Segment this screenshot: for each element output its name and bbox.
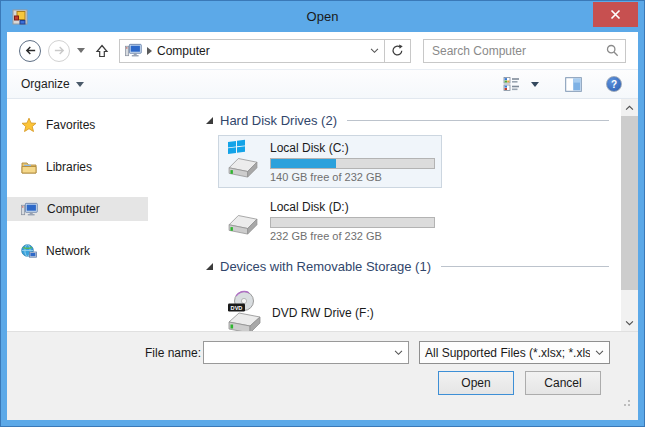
window-title: Open xyxy=(1,9,644,24)
group-header-hard-disk-drives[interactable]: Hard Disk Drives (2) xyxy=(206,111,615,129)
file-type-select[interactable]: All Supported Files (*.xlsx; *.xlsn xyxy=(419,341,610,364)
hard-disk-icon xyxy=(225,209,261,235)
sidebar-item-label: Libraries xyxy=(46,160,92,174)
change-view-button[interactable] xyxy=(501,74,522,94)
group-header-removable-storage[interactable]: Devices with Removable Storage (1) xyxy=(206,257,615,275)
open-button[interactable]: Open xyxy=(438,371,514,395)
sidebar-item-libraries[interactable]: Libraries xyxy=(7,155,148,179)
network-icon xyxy=(21,244,37,259)
back-arrow-icon xyxy=(24,44,37,57)
close-icon xyxy=(610,9,621,20)
chevron-down-icon xyxy=(531,82,539,87)
dialog-client-area: Computer xyxy=(7,32,638,420)
sidebar-item-label: Favorites xyxy=(46,118,95,132)
disk-usage-bar xyxy=(270,158,435,169)
organize-label: Organize xyxy=(21,77,70,91)
disk-usage-fill xyxy=(271,159,336,168)
disk-usage-bar xyxy=(270,217,435,228)
hard-disk-windows-icon xyxy=(225,152,261,178)
drive-tile-dvd-rw-f[interactable]: DVD DVD RW Drive (F:) xyxy=(218,285,442,331)
chevron-down-icon xyxy=(625,320,634,326)
star-icon xyxy=(21,117,37,133)
title-bar[interactable]: Open xyxy=(1,1,644,32)
forward-button[interactable] xyxy=(48,40,70,62)
dvd-label-text: DVD xyxy=(231,305,243,311)
chevron-down-icon xyxy=(394,350,403,356)
sidebar-item-computer[interactable]: Computer xyxy=(7,197,148,221)
chevron-down-icon xyxy=(76,82,84,87)
group-title: Hard Disk Drives (2) xyxy=(220,113,337,128)
forward-arrow-icon xyxy=(53,44,66,57)
group-title: Devices with Removable Storage (1) xyxy=(220,259,431,274)
preview-pane-button[interactable] xyxy=(563,75,584,94)
chevron-down-icon xyxy=(595,350,604,356)
dvd-drive-icon: DVD xyxy=(225,290,263,331)
free-space-text: 232 GB free of 232 GB xyxy=(270,230,435,242)
file-name-dropdown-button[interactable] xyxy=(389,342,408,363)
dialog-body: Favorites Libraries xyxy=(7,99,638,331)
sidebar-item-label: Computer xyxy=(47,202,100,216)
search-input[interactable] xyxy=(424,44,599,58)
change-view-dropdown[interactable] xyxy=(529,80,541,89)
refresh-icon xyxy=(391,44,404,57)
drive-name: Local Disk (C:) xyxy=(270,141,435,155)
collapse-triangle-icon xyxy=(206,117,213,124)
dialog-footer: File name: All Supported Files (*.xlsx; … xyxy=(7,331,638,420)
drive-tile-local-disk-c[interactable]: Local Disk (C:) 140 GB free of 232 GB xyxy=(218,135,442,188)
organize-menu-button[interactable]: Organize xyxy=(21,77,84,91)
sidebar-item-favorites[interactable]: Favorites xyxy=(7,113,148,137)
search-button[interactable] xyxy=(599,44,625,57)
breadcrumb[interactable]: Computer xyxy=(120,40,364,62)
resize-grip[interactable] xyxy=(621,397,630,406)
sidebar-item-label: Network xyxy=(46,244,90,258)
app-icon xyxy=(11,8,29,26)
up-arrow-icon xyxy=(95,44,109,58)
search-icon xyxy=(606,44,619,57)
breadcrumb-item-computer[interactable]: Computer xyxy=(157,44,210,58)
group-header-line xyxy=(441,266,609,267)
collapse-triangle-icon xyxy=(206,263,213,270)
file-type-value: All Supported Files (*.xlsx; *.xlsn xyxy=(420,346,590,360)
group-header-line xyxy=(347,120,609,121)
navigation-pane: Favorites Libraries xyxy=(7,99,148,331)
help-button[interactable]: ? xyxy=(604,74,624,94)
free-space-text: 140 GB free of 232 GB xyxy=(270,171,435,183)
breadcrumb-separator-icon xyxy=(147,47,152,55)
address-bar: Computer xyxy=(119,39,411,63)
libraries-folder-icon xyxy=(21,160,37,174)
scrollbar-track[interactable] xyxy=(621,116,638,314)
command-toolbar: Organize xyxy=(7,69,638,99)
computer-icon xyxy=(21,202,38,217)
navigation-bar: Computer xyxy=(7,32,638,69)
back-button[interactable] xyxy=(19,40,41,62)
scrollbar-thumb[interactable] xyxy=(621,116,638,290)
help-icon: ? xyxy=(606,76,622,92)
file-type-dropdown-button[interactable] xyxy=(590,350,609,356)
scroll-down-button[interactable] xyxy=(621,314,638,331)
search-box xyxy=(423,39,626,63)
file-name-combo xyxy=(203,341,409,364)
open-dialog-window: Open xyxy=(0,0,645,427)
cancel-button[interactable]: Cancel xyxy=(525,371,601,395)
drive-name: Local Disk (D:) xyxy=(270,200,435,214)
file-name-label: File name: xyxy=(145,346,203,360)
up-one-level-button[interactable] xyxy=(95,44,109,58)
chevron-down-icon xyxy=(370,48,379,54)
recent-locations-dropdown[interactable] xyxy=(77,48,85,53)
close-button[interactable] xyxy=(593,2,638,27)
computer-icon xyxy=(125,43,142,58)
vertical-scrollbar[interactable] xyxy=(621,99,638,331)
scroll-up-button[interactable] xyxy=(621,99,638,116)
drive-name: DVD RW Drive (F:) xyxy=(272,306,435,320)
items-view: Hard Disk Drives (2) xyxy=(148,99,621,331)
file-name-input[interactable] xyxy=(204,342,389,363)
refresh-button[interactable] xyxy=(385,40,410,62)
chevron-up-icon xyxy=(625,105,634,111)
address-dropdown-button[interactable] xyxy=(364,40,384,62)
drive-tile-local-disk-d[interactable]: Local Disk (D:) 232 GB free of 232 GB xyxy=(218,194,442,247)
views-icon xyxy=(503,76,520,92)
preview-pane-icon xyxy=(565,77,582,92)
sidebar-item-network[interactable]: Network xyxy=(7,239,148,263)
